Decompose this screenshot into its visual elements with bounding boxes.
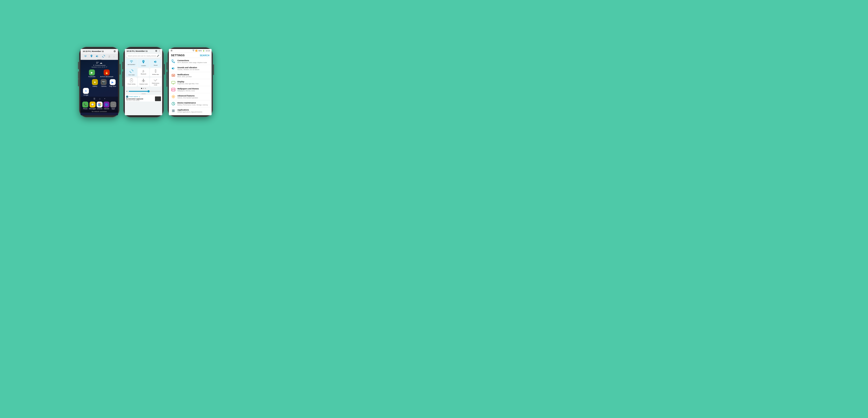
app-pushbullet[interactable]: ▶ Pushbullet (85, 69, 99, 78)
camera-label: Camera (101, 86, 106, 87)
qs-dot-3[interactable] (145, 88, 146, 89)
phone2-time: 10:16 Fri, November 11 (127, 50, 148, 52)
dock-messages[interactable]: 💬 Messages (89, 101, 96, 110)
sounds-sub: Sounds, Vibration, Do not disturb (177, 69, 210, 70)
back-icon[interactable]: ☰ (93, 97, 95, 100)
phone1-gear-icon[interactable]: ⚙ (114, 50, 116, 53)
phone-quicksettings: 10:16 Fri, November 11 ⚙ ⋮ Search phone … (123, 47, 164, 117)
signal-icon: 📶 (195, 50, 197, 52)
qs-performancemode[interactable]: Performance mode (150, 78, 161, 86)
home-icon[interactable]: ⌂ (99, 97, 100, 100)
app-gallery[interactable]: ★ Gallery (91, 79, 99, 87)
svg-point-20 (173, 96, 174, 97)
app-google[interactable]: G Google (82, 88, 90, 96)
dock-apps[interactable]: ⋯ Apps (110, 101, 116, 110)
advanced-icon (171, 94, 176, 99)
wifi-icon[interactable] (84, 55, 87, 58)
notifications-title: Notifications (177, 73, 210, 76)
search-bar[interactable]: Search phone and scan for nearby devices… (126, 54, 161, 58)
qs-bluetooth-label: Bluetooth (141, 73, 146, 75)
qs-wifi[interactable]: NETGEAR57 (126, 59, 137, 67)
sounds-title: Sounds and vibration (177, 66, 210, 69)
phone1-time: 10:15 Fri, November 11 (83, 50, 104, 52)
phone2-more-icon[interactable]: ⋮ (158, 50, 160, 52)
svg-point-26 (174, 111, 175, 112)
location-icon[interactable] (90, 55, 93, 58)
qs-dot-1[interactable] (141, 88, 142, 89)
display-title: Display (177, 81, 210, 83)
maintenance-title: Device maintenance (177, 102, 210, 104)
connections-sub: Wi-Fi, Bluetooth, Data usage, Airplane m… (177, 62, 210, 63)
brightness-slider[interactable] (129, 91, 161, 92)
sounds-text: Sounds and vibration Sounds, Vibration, … (177, 66, 210, 70)
qs-dot-2[interactable] (143, 88, 144, 89)
dock-chrome[interactable]: Chrome (97, 101, 102, 110)
qs-bluetooth[interactable]: 𝛃 Bluetooth (138, 68, 149, 77)
qs-autorotate[interactable]: Auto rotate (126, 68, 137, 77)
svg-point-22 (173, 103, 174, 104)
settings-lockscreen[interactable]: Lock screen and security Lock screen, Fi… (169, 114, 212, 115)
settings-sounds[interactable]: Sounds and vibration Sounds, Vibration, … (169, 65, 212, 72)
svg-marker-3 (132, 70, 133, 71)
app-antutu[interactable]: 🔥 AnTuTu Benchmark (100, 69, 114, 78)
svg-point-25 (172, 111, 173, 112)
qs-mobiledata[interactable]: Mobile data (150, 68, 161, 77)
apps-grid-row2: ★ Gallery 📷 Camera ▶ Play Store G Google (81, 78, 118, 97)
qs-sound-label: Sound (154, 65, 157, 66)
phones-container: 10:15 Fri, November 11 ⚙ 𝛃 ↕ (77, 45, 215, 120)
brightness-icon: ✦ (126, 90, 128, 92)
phone1-screen: 10:15 Fri, November 11 ⚙ 𝛃 ↕ (81, 49, 118, 115)
settings-connections[interactable]: Connections Wi-Fi, Bluetooth, Data usage… (169, 58, 212, 65)
applications-title: Applications (177, 109, 210, 111)
settings-wallpapers[interactable]: Wallpapers and themes Wallpapers, themes… (169, 86, 212, 93)
phone-icon: 📞 (82, 101, 88, 108)
recent-icon[interactable]: • (104, 97, 105, 100)
qs-sound-icon (154, 60, 157, 64)
app-playstore[interactable]: ▶ Play Store (108, 79, 117, 87)
app-camera[interactable]: 📷 Camera (100, 79, 108, 87)
settings-applications[interactable]: Applications Default applications, App p… (169, 107, 212, 114)
weather-updated: Updated 11/11 10:15 ⏱ (81, 66, 118, 68)
settings-notifications[interactable]: Notifications Block, allow, prioritize (169, 72, 212, 79)
svg-rect-9 (172, 60, 173, 61)
qs-wifi-icon (129, 60, 133, 63)
settings-device-maintenance[interactable]: Device maintenance Battery, Performance … (169, 100, 212, 107)
apps-icon: ⋯ (110, 101, 116, 108)
arrows-icon[interactable]: ↕ (114, 55, 115, 58)
sound-icon[interactable] (96, 55, 99, 58)
qs-battery-icon (130, 79, 133, 83)
messages-label: Messages (89, 108, 96, 110)
no-network-bar: No network connection (81, 110, 118, 113)
qs-location[interactable]: Location (138, 59, 149, 67)
dock-phone[interactable]: 📞 Phone (82, 101, 88, 110)
dock-internet[interactable]: 🌐 Internet (103, 101, 110, 110)
phone2-divider (125, 94, 162, 94)
qs-sound[interactable]: Sound (150, 59, 161, 67)
sync-icon[interactable] (102, 55, 105, 58)
applications-icon (171, 109, 176, 113)
maintenance-icon (171, 101, 176, 106)
settings-list: Connections Wi-Fi, Bluetooth, Data usage… (169, 58, 212, 115)
settings-search-button[interactable]: SEARCH (200, 54, 210, 57)
smart-capture-bar[interactable]: 📷 Smart capture ▲ Screenshot captured Ta… (125, 94, 162, 101)
qs-airplanemode-label: Airplane mode (140, 83, 148, 85)
weather-widget: 0° ☁ ✦ Friedrichshain Updated 11/11 10:1… (81, 60, 118, 69)
internet-icon: 🌐 (103, 101, 110, 108)
qs-powersaving[interactable]: Power saving (126, 78, 137, 86)
apps-label: Apps (112, 108, 115, 110)
notifications-text: Notifications Block, allow, prioritize (177, 73, 210, 78)
mic-icon[interactable]: 🎤 (157, 55, 159, 57)
chrome-label: Chrome (97, 108, 102, 110)
settings-advanced[interactable]: Advanced features Games, One-handed oper… (169, 93, 212, 100)
wallpapers-text: Wallpapers and themes Wallpapers, themes… (177, 88, 210, 91)
bluetooth-icon[interactable]: 𝛃 (108, 55, 110, 58)
wallpapers-sub: Wallpapers, themes, icons (177, 90, 210, 91)
svg-point-2 (131, 62, 132, 63)
qs-airplanemode[interactable]: Airplane mode (138, 78, 149, 86)
brightness-thumb[interactable] (148, 90, 150, 92)
maintenance-sub: Battery, Performance mode, Storage, memo… (177, 104, 210, 106)
phone2-gear-icon[interactable]: ⚙ (155, 50, 157, 52)
svg-point-8 (193, 51, 194, 51)
settings-title: SETTINGS (171, 54, 185, 57)
settings-display[interactable]: Display Brightness, Blue light filter, F… (169, 79, 212, 86)
